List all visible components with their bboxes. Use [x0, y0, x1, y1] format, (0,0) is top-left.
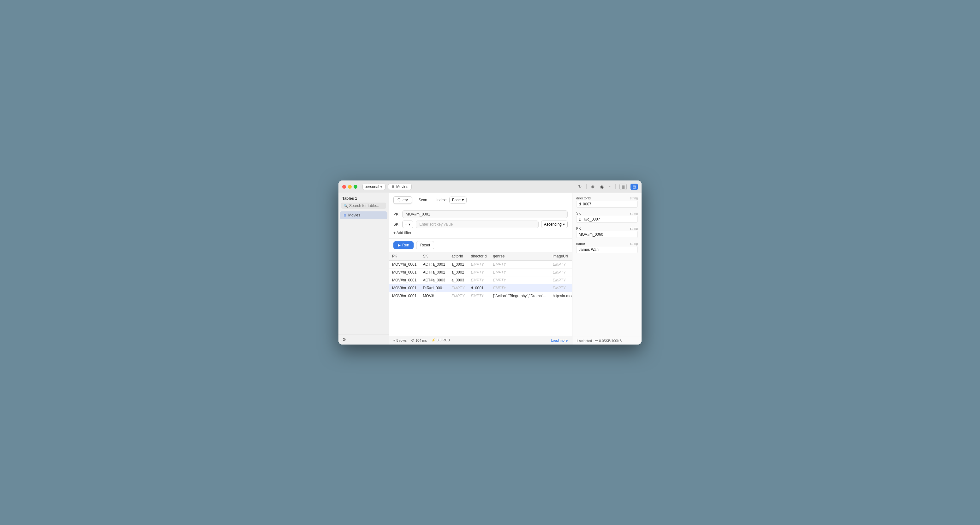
detail-field-type: string	[630, 242, 638, 246]
titlebar-actions: ↻ ⊗ ◉ ↑ ▥ ▤	[578, 184, 638, 190]
table-cell[interactable]: ACT#a_0002	[420, 268, 448, 276]
table-cell[interactable]: EMPTY	[490, 276, 549, 284]
index-label: Index:	[436, 198, 447, 202]
table-cell[interactable]: a_0003	[448, 276, 468, 284]
sk-input[interactable]	[416, 220, 539, 228]
table-cell[interactable]: MOV#	[420, 292, 448, 300]
sidebar-search-container: 🔍	[341, 203, 386, 209]
table-cell[interactable]: EMPTY	[468, 276, 490, 284]
table-cell[interactable]: EMPTY	[468, 292, 490, 300]
table-cell[interactable]: MOV#m_0001	[389, 284, 420, 292]
table-cell[interactable]: DIR#d_0001	[420, 284, 448, 292]
table-cell[interactable]: MOV#m_0001	[389, 261, 420, 268]
detail-field-name: PK	[576, 227, 581, 230]
col-genres: genres	[490, 252, 549, 261]
table-cell[interactable]: EMPTY	[490, 261, 549, 268]
right-panel-button[interactable]: ▤	[630, 184, 638, 190]
preview-button[interactable]: ◉	[599, 184, 604, 190]
index-select[interactable]: Base ▾	[449, 197, 467, 203]
table-cell[interactable]: EMPTY	[549, 268, 572, 276]
table-cell[interactable]: EMPTY	[468, 261, 490, 268]
detail-field-header: directorId string	[576, 196, 638, 200]
table-cell[interactable]: EMPTY	[448, 284, 468, 292]
maximize-button[interactable]	[353, 185, 357, 189]
profile-selector[interactable]: personal	[363, 184, 385, 190]
table-icon: ⊞	[391, 185, 395, 189]
upload-button[interactable]: ↑	[608, 184, 612, 190]
sk-operator-select[interactable]: = ▾	[402, 220, 413, 228]
reset-button[interactable]: Reset	[416, 241, 434, 249]
main-content: Query Scan Index: Base ▾ PK: SK: =	[389, 193, 572, 344]
time-stat: ⏱ 104 ms	[411, 339, 427, 342]
table-area: PK SK actorId directorId genres imageUrl…	[389, 252, 572, 336]
table-row[interactable]: MOV#m_0001MOV#EMPTYEMPTY["Action","Biogr…	[389, 292, 572, 300]
table-cell[interactable]: EMPTY	[468, 268, 490, 276]
divider	[586, 184, 587, 189]
add-filter-button[interactable]: + Add filter	[393, 231, 411, 235]
table-cell[interactable]: ACT#a_0001	[420, 261, 448, 268]
pk-filter-row: PK:	[393, 211, 568, 218]
left-panel-button[interactable]: ▥	[619, 184, 627, 190]
detail-field: SK string DIR#d_0007	[576, 211, 638, 223]
app-window: personal ⊞ Movies ↻ ⊗ ◉ ↑ ▥ ▤ Tables 1 🔍	[339, 181, 641, 344]
run-label: Run	[402, 243, 409, 247]
col-sk: SK	[420, 252, 448, 261]
sidebar-item-label: Movies	[348, 213, 360, 217]
table-cell[interactable]: MOV#m_0001	[389, 268, 420, 276]
table-row[interactable]: MOV#m_0001DIR#d_0001EMPTYd_0001EMPTYEMPT…	[389, 284, 572, 292]
detail-field-type: string	[630, 227, 638, 230]
table-cell[interactable]: EMPTY	[549, 276, 572, 284]
settings-button[interactable]: ⚙	[342, 337, 346, 342]
detail-field-value: James Wan	[576, 246, 638, 253]
run-button[interactable]: ▶ Run	[393, 241, 414, 249]
sk-operator-value: =	[405, 222, 407, 227]
rows-count: ≡ 5 rows	[393, 339, 407, 342]
minimize-button[interactable]	[348, 185, 352, 189]
table-cell[interactable]: MOV#m_0001	[389, 292, 420, 300]
table-cell[interactable]: EMPTY	[549, 284, 572, 292]
tab-movies[interactable]: ⊞ Movies	[388, 184, 412, 190]
table-row[interactable]: MOV#m_0001ACT#a_0001a_0001EMPTYEMPTYEMPT…	[389, 261, 572, 268]
detail-field: name string James Wan	[576, 242, 638, 253]
sort-select[interactable]: Ascending ▾	[541, 220, 568, 228]
pk-input[interactable]	[402, 211, 568, 218]
detail-field-header: name string	[576, 242, 638, 246]
sidebar-footer: ⚙	[339, 334, 389, 344]
table-row[interactable]: MOV#m_0001ACT#a_0002a_0002EMPTYEMPTYEMPT…	[389, 268, 572, 276]
table-row[interactable]: MOV#m_0001ACT#a_0003a_0003EMPTYEMPTYEMPT…	[389, 276, 572, 284]
sk-filter-row: SK: = ▾ Ascending ▾	[393, 220, 568, 228]
results-table: PK SK actorId directorId genres imageUrl…	[389, 252, 572, 300]
col-actorid: actorId	[448, 252, 468, 261]
close-button[interactable]	[342, 185, 346, 189]
table-cell[interactable]: ACT#a_0003	[420, 276, 448, 284]
col-directorid: directorId	[468, 252, 490, 261]
col-pk: PK	[389, 252, 420, 261]
query-tab[interactable]: Query	[393, 196, 412, 204]
table-cell[interactable]: a_0001	[448, 261, 468, 268]
sidebar-item-movies[interactable]: ⊞ Movies	[340, 211, 387, 219]
table-cell[interactable]: EMPTY	[490, 284, 549, 292]
table-header-row: PK SK actorId directorId genres imageUrl…	[389, 252, 572, 261]
index-value: Base	[452, 198, 461, 202]
detail-field-name: directorId	[576, 196, 591, 200]
table-cell[interactable]: EMPTY	[549, 261, 572, 268]
refresh-button[interactable]: ↻	[578, 184, 582, 190]
sort-chevron-icon: ▾	[563, 222, 565, 227]
right-panel: directorId string d_0007 SK string DIR#d…	[572, 193, 641, 344]
table-cell[interactable]: d_0001	[468, 284, 490, 292]
traffic-lights	[342, 185, 357, 189]
table-cell[interactable]: a_0002	[448, 268, 468, 276]
scan-tab[interactable]: Scan	[415, 196, 431, 204]
stop-button[interactable]: ⊗	[590, 184, 595, 190]
table-cell[interactable]: http://ia.media-imdb.com/images/M/…	[549, 292, 572, 300]
detail-field-type: string	[630, 212, 638, 215]
load-more-button[interactable]: Load more	[551, 339, 568, 342]
detail-field-header: SK string	[576, 211, 638, 215]
rcu-stat: ⚡ 0.5 RCU	[431, 338, 450, 342]
table-cell[interactable]: EMPTY	[490, 268, 549, 276]
movies-table-icon: ⊞	[344, 213, 346, 217]
detail-field-name: name	[576, 242, 585, 246]
table-cell[interactable]: EMPTY	[448, 292, 468, 300]
table-cell[interactable]: MOV#m_0001	[389, 276, 420, 284]
table-cell[interactable]: ["Action","Biography","Drama"...	[490, 292, 549, 300]
